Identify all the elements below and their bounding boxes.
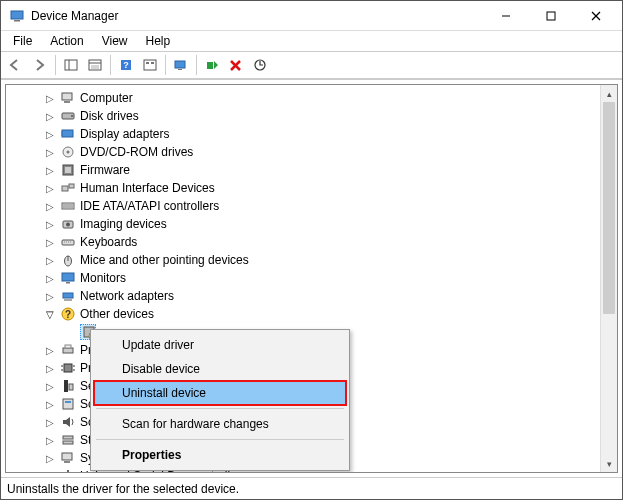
expand-icon[interactable]: ▷ <box>44 272 56 284</box>
update-driver-button[interactable] <box>249 54 271 76</box>
tree-container: ▷ Computer ▷ Disk drives ▷ Display adapt… <box>5 84 618 473</box>
scan-hardware-button[interactable] <box>170 54 192 76</box>
tree-node-network[interactable]: ▷ Network adapters <box>40 287 617 305</box>
menu-view[interactable]: View <box>94 33 136 49</box>
expand-icon[interactable]: ▷ <box>44 362 56 374</box>
tree-node-imaging[interactable]: ▷ Imaging devices <box>40 215 617 233</box>
tree-node-disk-drives[interactable]: ▷ Disk drives <box>40 107 617 125</box>
expand-icon[interactable]: ▷ <box>44 110 56 122</box>
svg-rect-34 <box>69 184 74 188</box>
computer-icon <box>60 90 76 106</box>
app-icon <box>9 8 25 24</box>
enable-device-button[interactable] <box>201 54 223 76</box>
svg-rect-32 <box>65 167 71 173</box>
expand-icon[interactable]: ▷ <box>44 182 56 194</box>
tree-node-mice[interactable]: ▷ Mice and other pointing devices <box>40 251 617 269</box>
ctx-uninstall-device[interactable]: Uninstall device <box>94 381 346 405</box>
svg-rect-55 <box>64 364 72 372</box>
svg-rect-19 <box>207 62 213 69</box>
expand-icon[interactable]: ▷ <box>44 344 56 356</box>
svg-rect-0 <box>11 11 23 19</box>
tree-node-monitors[interactable]: ▷ Monitors <box>40 269 617 287</box>
tree-label: Computer <box>80 91 133 105</box>
tree-label: DVD/CD-ROM drives <box>80 145 193 159</box>
ctx-disable-device[interactable]: Disable device <box>94 357 346 381</box>
keyboard-icon <box>60 234 76 250</box>
close-button[interactable] <box>573 1 618 30</box>
mouse-icon <box>60 252 76 268</box>
disk-icon <box>60 108 76 124</box>
svg-text:?: ? <box>123 60 129 70</box>
processor-icon <box>60 360 76 376</box>
help-button[interactable]: ? <box>115 54 137 76</box>
minimize-button[interactable] <box>483 1 528 30</box>
svg-rect-28 <box>61 131 62 136</box>
svg-rect-18 <box>178 69 182 70</box>
expand-icon[interactable]: ▷ <box>44 398 56 410</box>
tree-node-keyboards[interactable]: ▷ Keyboards <box>40 233 617 251</box>
svg-rect-3 <box>547 12 555 20</box>
toolbar-separator <box>110 55 111 75</box>
expand-icon[interactable]: ▷ <box>44 218 56 230</box>
svg-rect-17 <box>175 61 185 68</box>
tree-node-ide[interactable]: ▷ IDE ATA/ATAPI controllers <box>40 197 617 215</box>
svg-rect-63 <box>65 401 71 403</box>
svg-rect-54 <box>65 345 71 348</box>
display-adapter-icon <box>60 126 76 142</box>
tree-node-display-adapters[interactable]: ▷ Display adapters <box>40 125 617 143</box>
expand-icon[interactable]: ▷ <box>44 290 56 302</box>
svg-rect-15 <box>146 62 149 64</box>
expand-icon[interactable]: ▷ <box>44 128 56 140</box>
tree-node-other-devices[interactable]: ▽ ? Other devices <box>40 305 617 323</box>
ctx-update-driver[interactable]: Update driver <box>94 333 346 357</box>
expand-icon[interactable]: ▷ <box>44 200 56 212</box>
scroll-up-button[interactable]: ▴ <box>601 85 617 102</box>
tree-label: Firmware <box>80 163 130 177</box>
expand-icon[interactable]: ▷ <box>44 92 56 104</box>
uninstall-device-button[interactable] <box>225 54 247 76</box>
show-hide-tree-button[interactable] <box>60 54 82 76</box>
action-button[interactable] <box>139 54 161 76</box>
tree-node-firmware[interactable]: ▷ Firmware <box>40 161 617 179</box>
expand-icon[interactable]: ▷ <box>44 236 56 248</box>
svg-rect-1 <box>14 20 20 22</box>
usb-icon <box>60 468 76 473</box>
tree-node-computer[interactable]: ▷ Computer <box>40 89 617 107</box>
expand-icon[interactable]: ▷ <box>44 380 56 392</box>
maximize-button[interactable] <box>528 1 573 30</box>
properties-button[interactable] <box>84 54 106 76</box>
vertical-scrollbar[interactable]: ▴ ▾ <box>600 85 617 472</box>
svg-rect-44 <box>62 273 74 281</box>
expand-icon[interactable]: ▷ <box>44 254 56 266</box>
svg-rect-65 <box>63 441 73 444</box>
menu-help[interactable]: Help <box>138 33 179 49</box>
monitor-icon <box>60 270 76 286</box>
expand-icon[interactable]: ▷ <box>44 470 56 473</box>
menu-action[interactable]: Action <box>42 33 91 49</box>
ctx-scan-hardware[interactable]: Scan for hardware changes <box>94 412 346 436</box>
scroll-thumb[interactable] <box>603 102 615 314</box>
expand-icon[interactable]: ▷ <box>44 434 56 446</box>
collapse-icon[interactable]: ▽ <box>44 308 56 320</box>
content-area: ▷ Computer ▷ Disk drives ▷ Display adapt… <box>1 79 622 477</box>
ctx-properties[interactable]: Properties <box>94 443 346 467</box>
dvd-icon <box>60 144 76 160</box>
expand-icon[interactable]: ▷ <box>44 146 56 158</box>
system-icon <box>60 450 76 466</box>
tree-node-hid[interactable]: ▷ Human Interface Devices <box>40 179 617 197</box>
scroll-down-button[interactable]: ▾ <box>601 455 617 472</box>
scroll-track[interactable] <box>601 102 617 455</box>
status-text: Uninstalls the driver for the selected d… <box>7 482 239 496</box>
forward-button[interactable] <box>29 54 51 76</box>
expand-icon[interactable]: ▷ <box>44 164 56 176</box>
expand-icon[interactable]: ▷ <box>44 452 56 464</box>
svg-rect-14 <box>144 60 156 70</box>
storage-icon <box>60 432 76 448</box>
menu-file[interactable]: File <box>5 33 40 49</box>
tree-node-dvd-cdrom[interactable]: ▷ DVD/CD-ROM drives <box>40 143 617 161</box>
other-devices-icon: ? <box>60 306 76 322</box>
svg-rect-35 <box>62 203 74 209</box>
back-button[interactable] <box>5 54 27 76</box>
tree-label: Other devices <box>80 307 154 321</box>
expand-icon[interactable]: ▷ <box>44 416 56 428</box>
